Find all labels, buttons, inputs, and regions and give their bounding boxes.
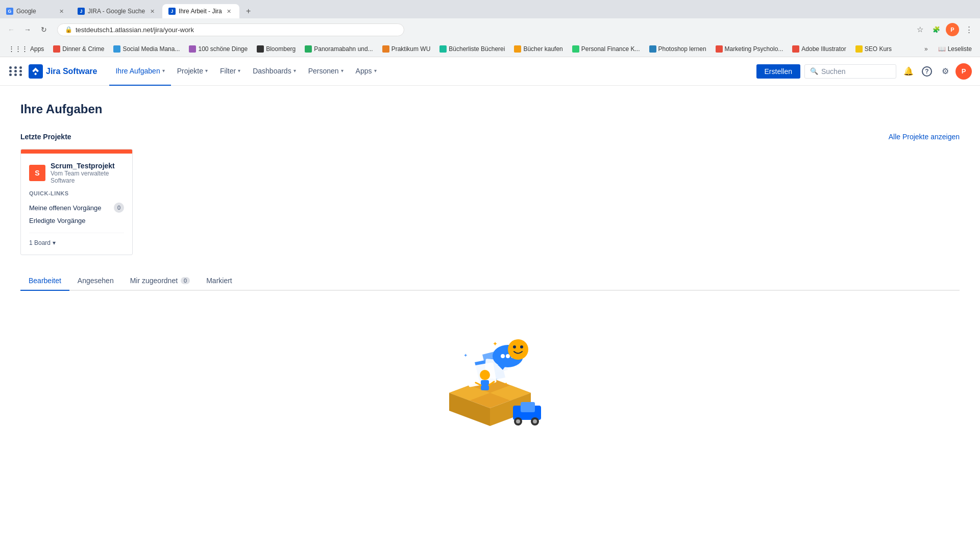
bookmark-favicon (305, 45, 312, 53)
svg-point-26 (533, 419, 537, 423)
bookmark-star-icon[interactable]: ☆ (913, 22, 927, 37)
profile-avatar: P (946, 23, 959, 36)
address-bar[interactable]: 🔒 testdeutsch1.atlassian.net/jira/your-w… (57, 23, 404, 36)
nav-item-personen[interactable]: Personen ▾ (302, 57, 350, 86)
nav-item-ihre-aufgaben[interactable]: Ihre Aufgaben ▾ (109, 57, 170, 86)
account-icon[interactable]: P (945, 22, 960, 37)
tab-angesehen[interactable]: Angesehen (69, 271, 122, 291)
svg-rect-22 (521, 402, 535, 412)
tab-close-google[interactable]: ✕ (57, 7, 65, 15)
bookmark-personal-finance[interactable]: Personal Finance K... (568, 44, 644, 54)
page-title: Ihre Aufgaben (20, 102, 960, 116)
bookmark-bucher-kaufen[interactable]: Bücher kaufen (510, 44, 567, 54)
top-nav: Jira Software Ihre Aufgaben ▾ Projekte ▾… (0, 57, 980, 86)
bookmark-panoramabahn[interactable]: Panoramabahn und... (301, 44, 377, 54)
bookmark-reading-list[interactable]: 📖 Leseliste (934, 44, 976, 54)
tab-jira-search[interactable]: J JIRA - Google Suche ✕ (71, 4, 162, 18)
tab-close-jira-work[interactable]: ✕ (225, 7, 233, 15)
bookmark-favicon (189, 45, 196, 53)
bookmark-label: Adobe Illustrator (801, 45, 846, 53)
back-button[interactable]: ← (4, 22, 18, 37)
chevron-down-icon: ▾ (53, 239, 56, 246)
project-card-scrum[interactable]: S Scrum_Testprojekt Vom Team verwaltete … (20, 149, 133, 255)
main-nav: Ihre Aufgaben ▾ Projekte ▾ Filter ▾ Dash… (109, 57, 382, 86)
search-icon: 🔍 (810, 67, 818, 75)
quick-link-done-issues[interactable]: Erledigte Vorgänge (29, 215, 124, 227)
bookmark-label: Marketing Psycholo... (725, 45, 783, 53)
svg-point-24 (516, 419, 520, 423)
tab-label: Google (16, 8, 36, 15)
project-card-header (21, 149, 132, 154)
bookmark-bucherliste[interactable]: Bücherliste Bücherei (435, 44, 509, 54)
create-button[interactable]: Erstellen (756, 64, 800, 79)
browser-toolbar: ← → ↻ 🔒 testdeutsch1.atlassian.net/jira/… (0, 18, 980, 41)
bookmark-social-media[interactable]: Social Media Mana... (109, 44, 184, 54)
tab-bearbeitet[interactable]: Bearbeitet (20, 271, 69, 291)
jira-logo-text: Jira Software (46, 67, 97, 76)
bookmark-adobe[interactable]: Adobe Illustrator (788, 44, 850, 54)
empty-state-illustration: ✦ ✦ ✦ (419, 321, 561, 434)
tab-google[interactable]: G Google ✕ (0, 4, 71, 18)
bookmark-marketing[interactable]: Marketing Psycholo... (712, 44, 788, 54)
project-icon-text: S (35, 169, 39, 177)
tab-mir-zugeordnet[interactable]: Mir zugeordnet 0 (122, 271, 199, 291)
svg-point-16 (520, 345, 523, 348)
help-button[interactable]: ? (919, 63, 935, 80)
svg-point-11 (501, 354, 505, 358)
svg-text:✦: ✦ (504, 382, 508, 386)
extension-icon[interactable]: 🧩 (929, 22, 943, 37)
jira-logo[interactable]: Jira Software (29, 64, 97, 79)
settings-button[interactable]: ⚙ (937, 63, 953, 80)
board-button[interactable]: 1 Board ▾ (29, 233, 124, 246)
tab-close-jira-search[interactable]: ✕ (148, 7, 156, 15)
bookmark-label: Bücher kaufen (523, 45, 562, 53)
bookmark-label: Social Media Mana... (122, 45, 180, 53)
nav-label: Dashboards (253, 67, 291, 75)
nav-label: Apps (356, 67, 372, 75)
quick-link-label: Meine offenen Vorgänge (29, 204, 101, 212)
nav-item-projekte[interactable]: Projekte ▾ (171, 57, 214, 86)
tabs: Bearbeitet Angesehen Mir zugeordnet 0 Ma… (20, 271, 960, 290)
project-details: Scrum_Testprojekt Vom Team verwaltete So… (51, 162, 124, 184)
help-icon: ? (922, 66, 932, 77)
jira-logo-icon (29, 64, 43, 79)
bookmark-dinner-crime[interactable]: Dinner & Crime (49, 44, 108, 54)
tab-badge: 0 (181, 277, 190, 284)
tab-markiert[interactable]: Markiert (198, 271, 240, 291)
address-text: testdeutsch1.atlassian.net/jira/your-wor… (76, 26, 194, 34)
lock-icon: 🔒 (65, 26, 72, 33)
tab-jira-work[interactable]: J Ihre Arbeit - Jira ✕ (162, 4, 239, 18)
bookmark-100-dinge[interactable]: 100 schöne Dinge (185, 44, 252, 54)
tab-favicon-jira-work: J (168, 8, 176, 15)
nav-label: Filter (220, 67, 236, 75)
view-all-projects-link[interactable]: Alle Projekte anzeigen (889, 133, 960, 141)
jira-svg (31, 67, 40, 76)
search-bar[interactable]: 🔍 Suchen (804, 64, 896, 79)
quick-link-open-issues[interactable]: Meine offenen Vorgänge 0 (29, 201, 124, 215)
bookmark-praktikum-wu[interactable]: Praktikum WU (378, 44, 435, 54)
bookmark-bloomberg[interactable]: Bloomberg (253, 44, 300, 54)
nav-item-dashboards[interactable]: Dashboards ▾ (247, 57, 302, 86)
user-avatar[interactable]: P (955, 63, 972, 80)
bookmark-favicon (716, 45, 723, 53)
more-options-icon[interactable]: ⋮ (962, 22, 976, 37)
bookmark-label: Bücherliste Bücherei (449, 45, 505, 53)
notifications-button[interactable]: 🔔 (900, 63, 917, 80)
nav-item-apps[interactable]: Apps ▾ (350, 57, 383, 86)
nav-item-filter[interactable]: Filter ▾ (214, 57, 247, 86)
forward-button[interactable]: → (20, 22, 35, 37)
bookmark-favicon (113, 45, 120, 53)
svg-point-14 (508, 339, 528, 360)
svg-rect-18 (481, 380, 489, 390)
tabs-section: Bearbeitet Angesehen Mir zugeordnet 0 Ma… (20, 271, 960, 291)
reload-button[interactable]: ↻ (37, 22, 51, 37)
chevron-down-icon: ▾ (374, 68, 377, 73)
bookmarks-overflow[interactable]: » (921, 44, 931, 54)
bookmark-photoshop[interactable]: Photoshop lernen (645, 44, 710, 54)
bookmark-label: Personal Finance K... (581, 45, 640, 53)
bookmark-seo[interactable]: SEO Kurs (851, 44, 896, 54)
apps-grid-button[interactable] (8, 63, 24, 80)
new-tab-button[interactable]: + (241, 4, 256, 18)
svg-point-15 (513, 345, 516, 348)
bookmark-apps[interactable]: ⋮⋮⋮ Apps (4, 43, 48, 54)
